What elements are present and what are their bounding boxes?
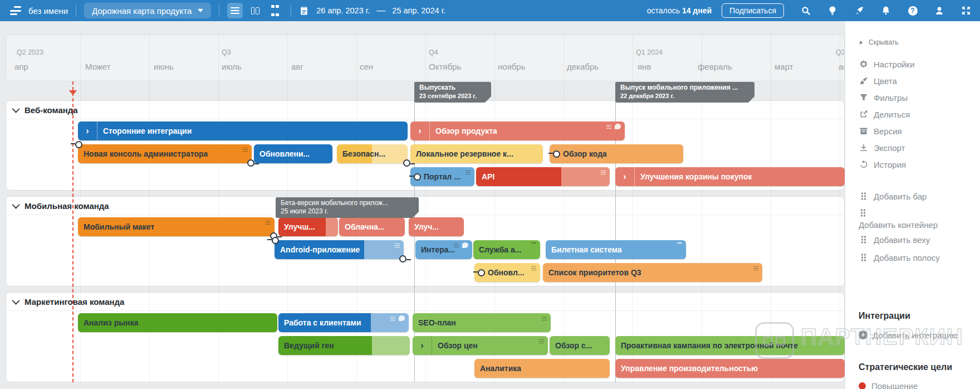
bar-menu-icon[interactable]: [753, 265, 758, 271]
roadmap-selector-dropdown[interactable]: Дорожная карта продукта: [84, 3, 211, 18]
bar-menu-icon[interactable]: [542, 315, 547, 322]
sidebar-add-item[interactable]: Добавить веху: [859, 231, 980, 249]
roadmap-bar[interactable]: Работа с клиентами: [278, 313, 409, 332]
bar-menu-icon[interactable]: [465, 169, 471, 176]
bar-menu-icon[interactable]: [601, 169, 606, 176]
bar-menu-icon[interactable]: [539, 338, 544, 344]
milestone-tooltip: Бета-версия мобильного прилож...25 июля …: [276, 197, 419, 218]
bar-menu-icon[interactable]: [243, 147, 248, 153]
dependency-connector[interactable]: [399, 255, 406, 262]
bar-dash-icon[interactable]: [531, 242, 536, 244]
expand-icon[interactable]: [961, 6, 971, 16]
bar-label: Проактивная кампания по электронной почт…: [615, 341, 798, 350]
sidebar-item-история[interactable]: История: [859, 156, 980, 173]
comment-icon[interactable]: [615, 124, 621, 129]
subscribe-button[interactable]: Подписаться: [722, 3, 784, 18]
user-icon[interactable]: [934, 6, 944, 16]
add-integration-button[interactable]: + Добавить интеграцию: [859, 327, 974, 343]
dependency-connector[interactable]: [75, 141, 82, 148]
sidebar-add-item[interactable]: Добавить полосу: [859, 249, 980, 266]
roadmap-bar[interactable]: Облачна...: [339, 217, 405, 236]
bar-label: SEO-план: [413, 318, 456, 327]
app-logo-icon[interactable]: [10, 6, 22, 15]
sidebar-add-item[interactable]: Добавить контейнер: [859, 205, 980, 231]
sidebar-item-экспорт[interactable]: Экспорт: [859, 139, 980, 156]
comment-icon[interactable]: [462, 242, 468, 248]
roadmap-bar[interactable]: Безопасн...: [337, 144, 408, 163]
roadmap-bar[interactable]: Улуч...: [409, 217, 464, 236]
roadmap-bar[interactable]: ›Обзор продукта: [410, 121, 625, 140]
view-rows-icon[interactable]: [227, 3, 243, 18]
milestone-flag[interactable]: Выпускать23 сентября 2023 г.: [414, 82, 491, 103]
sidebar-item-делиться[interactable]: Делиться: [859, 106, 980, 123]
help-icon[interactable]: ?: [908, 6, 918, 16]
roadmap-bar[interactable]: SEO-план: [413, 313, 551, 332]
strategic-goal-item[interactable]: Повышение производительности: [859, 380, 974, 389]
date-range-end[interactable]: 25 апр. 2024 г.: [392, 6, 445, 15]
roadmap-bar[interactable]: API: [476, 167, 610, 186]
sidebar-item-настройки[interactable]: Настройки: [859, 56, 980, 72]
bell-icon[interactable]: [881, 6, 891, 16]
dependency-connector[interactable]: [272, 237, 279, 244]
bar-dash-icon[interactable]: [677, 242, 682, 244]
export-icon: [859, 143, 869, 152]
roadmap-bar[interactable]: Обзор кода: [550, 144, 683, 163]
view-grid-icon[interactable]: [267, 3, 283, 18]
roadmap-bar[interactable]: ›Обзор цен: [413, 336, 548, 355]
view-columns-icon[interactable]: [247, 3, 263, 18]
roadmap-bar[interactable]: Ведущий ген: [278, 336, 410, 355]
dependency-connector[interactable]: [414, 173, 421, 181]
milestone-flag[interactable]: Выпуск мобильного приложения ...22 декаб…: [615, 82, 754, 103]
roadmap-bar[interactable]: Обновлени...: [254, 144, 332, 163]
clipboard-icon[interactable]: [299, 6, 309, 16]
roadmap-bar[interactable]: Локальное резервное к...: [410, 144, 543, 163]
bar-menu-icon[interactable]: [531, 265, 536, 271]
bar-menu-icon[interactable]: [266, 220, 271, 226]
group-title: Веб-команда: [24, 105, 78, 115]
bar-menu-icon[interactable]: [395, 242, 400, 249]
expand-chevron-icon[interactable]: ›: [615, 167, 635, 186]
roadmap-bar[interactable]: Управление производительностью: [615, 359, 845, 378]
dependency-connector[interactable]: [553, 150, 560, 158]
expand-chevron-icon[interactable]: ›: [413, 336, 432, 355]
dependency-connector[interactable]: [247, 159, 254, 167]
bar-menu-icon[interactable]: [606, 124, 611, 130]
roadmap-bar[interactable]: Новая консоль администратора: [78, 144, 252, 163]
roadmap-bar[interactable]: ›Улучшения корзины покупок: [615, 167, 845, 186]
sidebar-add-item[interactable]: Добавить бар: [859, 187, 980, 205]
roadmap-bar[interactable]: Портал ...: [410, 167, 474, 186]
search-icon[interactable]: [801, 6, 811, 16]
roadmap-bar[interactable]: Анализ рынка: [78, 313, 277, 332]
sidebar-item-фильтры[interactable]: Фильтры: [859, 89, 980, 106]
roadmap-bar[interactable]: Билетная система: [546, 240, 686, 259]
roadmap-bar[interactable]: Интера...: [415, 240, 472, 259]
roadmap-bar[interactable]: Обзор с...: [550, 336, 610, 355]
sidebar-tools: НастройкиЦветаФильтрыДелитьсяВерсияЭкспо…: [859, 56, 980, 173]
connector-line: [71, 143, 75, 144]
bar-menu-icon[interactable]: [390, 315, 395, 322]
dependency-connector[interactable]: [403, 159, 410, 167]
sidebar-item-цвета[interactable]: Цвета: [859, 72, 980, 89]
roadmap-bar[interactable]: Проактивная кампания по электронной почт…: [615, 336, 845, 355]
roadmap-bar[interactable]: Android-приложение: [275, 240, 404, 259]
funnel-icon: [859, 93, 869, 102]
roadmap-bar[interactable]: ›Сторонние интеграции: [78, 121, 408, 140]
expand-chevron-icon[interactable]: ›: [410, 121, 430, 140]
comment-icon[interactable]: [399, 315, 405, 321]
sidebar-item-версия[interactable]: Версия: [859, 123, 980, 139]
sidebar-item-label: Настройки: [874, 60, 915, 69]
roadmap-bar[interactable]: Аналитика: [474, 359, 610, 378]
roadmap-bar[interactable]: Мобильный макет: [78, 217, 275, 236]
expand-chevron-icon[interactable]: ›: [78, 121, 97, 140]
roadmap-bar[interactable]: Служба а...: [473, 240, 540, 259]
bar-corner-icons: [601, 169, 606, 176]
sidebar-collapse[interactable]: Скрывать: [859, 38, 980, 47]
bar-menu-icon[interactable]: [454, 242, 459, 249]
date-range-start[interactable]: 26 апр. 2023 г.: [316, 6, 370, 15]
roadmap-bar[interactable]: Обновл...: [474, 263, 540, 282]
roadmap-bar[interactable]: Список приоритетов Q3: [543, 263, 762, 282]
roadmap-bar[interactable]: Улучш...: [278, 217, 338, 236]
lightbulb-icon[interactable]: [827, 6, 837, 16]
dependency-connector[interactable]: [478, 269, 485, 276]
rocket-icon[interactable]: [854, 6, 864, 16]
